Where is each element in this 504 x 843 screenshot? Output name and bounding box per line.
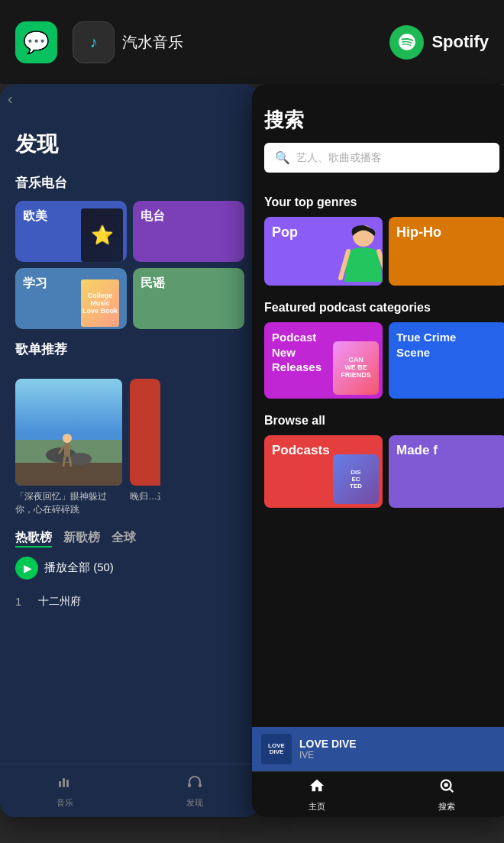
playlist-art-beach bbox=[15, 379, 122, 486]
genres-row: Pop Hip-Ho bbox=[252, 217, 504, 286]
browse-card-podcasts[interactable]: Podcasts DISECTED bbox=[264, 435, 383, 508]
can-text: CANWE BEFRIENDS bbox=[341, 357, 371, 380]
browse-row: Podcasts DISECTED Made f bbox=[252, 435, 504, 508]
hot-tab-0[interactable]: 热歌榜 bbox=[15, 530, 52, 547]
svg-point-5 bbox=[63, 434, 72, 443]
svg-rect-15 bbox=[199, 783, 202, 787]
podcast-card-true-crime[interactable]: True Crime Scene bbox=[389, 322, 504, 399]
qishui-group[interactable]: ♪ 汽水音乐 bbox=[73, 21, 183, 63]
spotify-search-header: 搜索 🔍 艺人、歌曲或播客 bbox=[252, 84, 504, 195]
play-all-button[interactable]: ▶ 播放全部 (50) bbox=[15, 557, 244, 580]
now-playing-art-text: LOVEDIVE bbox=[268, 743, 285, 755]
spotify-search-title: 搜索 bbox=[264, 107, 499, 134]
disced-text: DISECTED bbox=[350, 469, 362, 489]
spotify-search-bar[interactable]: 🔍 艺人、歌曲或播客 bbox=[264, 143, 499, 173]
podcast-label-new-releases: Podcast New Releases bbox=[272, 330, 341, 375]
playlist-card-0[interactable]: 「深夜回忆」眼神躲过你，心在碎碎跳 bbox=[15, 379, 122, 516]
spotify-nav-search-label: 搜索 bbox=[438, 801, 455, 812]
radio-grid: 欧美 ⭐ 电台 学习 College Music Love Book 民谣 bbox=[15, 201, 244, 329]
home-icon bbox=[309, 777, 325, 799]
qishui-icon[interactable]: ♪ bbox=[73, 21, 115, 63]
spotify-bottom-nav: 主页 搜索 bbox=[252, 771, 504, 817]
radio-card-diantai[interactable]: 电台 bbox=[133, 201, 244, 262]
svg-rect-13 bbox=[66, 780, 69, 787]
spotify-icon[interactable] bbox=[389, 25, 424, 60]
qishui-bottom-nav: 音乐 发现 bbox=[0, 764, 260, 817]
now-playing-art: LOVEDIVE bbox=[261, 734, 292, 764]
now-playing-artist: IVE bbox=[299, 750, 502, 761]
now-playing-info: LOVE DIVE IVE bbox=[299, 738, 502, 761]
song-title-0: 十二州府 bbox=[38, 595, 81, 609]
top-bar: 💬 ♪ 汽水音乐 Spotify bbox=[0, 0, 504, 84]
genre-card-hiphop[interactable]: Hip-Ho bbox=[389, 217, 504, 286]
music-bar-icon bbox=[57, 774, 73, 795]
browse-label-made-for: Made f bbox=[396, 443, 438, 458]
qishui-content: ‹ 发现 音乐电台 欧美 ⭐ 电台 学习 bbox=[0, 84, 260, 817]
svg-line-9 bbox=[63, 457, 65, 467]
podcast-categories-heading: Featured podcast categories bbox=[252, 301, 504, 315]
genre-label-pop: Pop bbox=[272, 224, 298, 241]
genre-label-hiphop: Hip-Ho bbox=[396, 224, 441, 241]
spotify-nav-home[interactable]: 主页 bbox=[309, 777, 325, 812]
browse-all-heading: Browse all bbox=[252, 414, 504, 428]
qishui-nav-music-label: 音乐 bbox=[57, 797, 73, 809]
playlist-card-1[interactable]: 晚归…这里是 bbox=[130, 379, 160, 516]
qishui-card: ‹ 发现 音乐电台 欧美 ⭐ 电台 学习 bbox=[0, 84, 260, 817]
search-placeholder-text: 艺人、歌曲或播客 bbox=[296, 151, 382, 165]
hot-tab-2[interactable]: 全球 bbox=[111, 530, 136, 547]
svg-rect-14 bbox=[188, 783, 191, 787]
radio-card-oumei[interactable]: 欧美 ⭐ bbox=[15, 201, 127, 262]
wechat-group[interactable]: 💬 bbox=[15, 21, 57, 63]
qishui-app-name: 汽水音乐 bbox=[122, 32, 183, 53]
radio-label-oumei: 欧美 bbox=[23, 208, 47, 224]
genre-card-pop[interactable]: Pop bbox=[264, 217, 383, 286]
playlist-label-1: 晚归…这里是 bbox=[130, 490, 160, 503]
podcast-card-new-releases[interactable]: Podcast New Releases CANWE BEFRIENDS bbox=[264, 322, 383, 399]
playlist-label-0: 「深夜回忆」眼神躲过你，心在碎碎跳 bbox=[15, 490, 122, 516]
svg-point-18 bbox=[444, 783, 448, 787]
radio-card-xuexi[interactable]: 学习 College Music Love Book bbox=[15, 268, 127, 329]
can-we-be-friends-art: CANWE BEFRIENDS bbox=[333, 341, 379, 395]
radio-label-xuexi: 学习 bbox=[23, 276, 47, 292]
spotify-nav-search[interactable]: 搜索 bbox=[438, 777, 455, 812]
svg-rect-11 bbox=[59, 781, 61, 787]
podcast-row: Podcast New Releases CANWE BEFRIENDS Tru… bbox=[252, 322, 504, 399]
browse-card-made-for[interactable]: Made f bbox=[389, 435, 504, 508]
playlist-grid: 「深夜回忆」眼神躲过你，心在碎碎跳 晚归…这里是 bbox=[0, 379, 260, 516]
play-all-label: 播放全部 (50) bbox=[44, 560, 114, 575]
playlist-section-title: 歌单推荐 bbox=[15, 341, 244, 358]
spotify-nav-home-label: 主页 bbox=[309, 801, 325, 812]
svg-line-10 bbox=[69, 457, 71, 467]
back-chevron[interactable]: ‹ bbox=[8, 89, 13, 107]
qishui-nav-discover-label: 发现 bbox=[186, 797, 203, 809]
hot-tab-1[interactable]: 新歌榜 bbox=[63, 530, 100, 547]
radio-label-diantai: 电台 bbox=[141, 208, 165, 224]
now-playing-title: LOVE DIVE bbox=[299, 738, 502, 750]
svg-line-19 bbox=[450, 789, 453, 792]
podcast-label-true-crime: True Crime Scene bbox=[396, 330, 465, 360]
radio-section-title: 音乐电台 bbox=[15, 174, 244, 192]
search-icon: 🔍 bbox=[275, 150, 290, 165]
headphone-icon bbox=[186, 774, 203, 795]
qishui-nav-discover[interactable]: 发现 bbox=[186, 774, 203, 809]
spotify-app-name: Spotify bbox=[431, 32, 489, 52]
radio-card-minyao[interactable]: 民谣 bbox=[133, 268, 244, 329]
spotify-group[interactable]: Spotify bbox=[389, 25, 489, 60]
play-circle-icon: ▶ bbox=[15, 557, 38, 580]
now-playing-bar[interactable]: LOVEDIVE LOVE DIVE IVE bbox=[252, 727, 504, 771]
qishui-nav-music[interactable]: 音乐 bbox=[57, 774, 73, 809]
spotify-content: 搜索 🔍 艺人、歌曲或播客 Your top genres Pop bbox=[252, 84, 504, 817]
hot-section: 热歌榜 新歌榜 全球 ▶ 播放全部 (50) 1 十二州府 bbox=[0, 530, 260, 615]
hot-tabs: 热歌榜 新歌榜 全球 bbox=[15, 530, 244, 547]
svg-point-4 bbox=[69, 453, 92, 465]
wechat-icon[interactable]: 💬 bbox=[15, 21, 57, 63]
disced-art: DISECTED bbox=[333, 454, 379, 504]
svg-rect-12 bbox=[63, 778, 65, 787]
song-number-0: 1 bbox=[15, 595, 31, 608]
search-nav-icon bbox=[438, 777, 455, 799]
qishui-page-title: 发现 bbox=[15, 130, 244, 159]
browse-label-podcasts: Podcasts bbox=[272, 443, 330, 458]
svg-rect-2 bbox=[15, 463, 122, 486]
song-row-0[interactable]: 1 十二州府 bbox=[15, 589, 244, 615]
top-genres-heading: Your top genres bbox=[252, 195, 504, 209]
